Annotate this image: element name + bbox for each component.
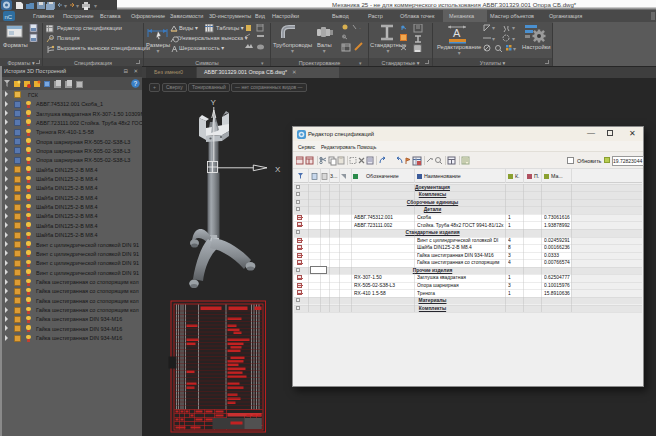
svg-text:·: ·	[359, 25, 361, 31]
svg-text:▾: ▾	[513, 46, 516, 52]
svg-text:?: ?	[134, 80, 138, 87]
svg-text:Y: Y	[211, 98, 217, 107]
svg-text:▾: ▾	[512, 25, 515, 31]
svg-text:▾: ▾	[492, 25, 495, 31]
svg-text:nC: nC	[5, 14, 13, 20]
svg-text:▾: ▾	[64, 3, 67, 9]
svg-text:▾: ▾	[492, 36, 495, 42]
svg-text:X: X	[275, 165, 281, 174]
svg-text:▾: ▾	[76, 3, 79, 9]
svg-text:A: A	[453, 27, 461, 39]
svg-text:▾: ▾	[512, 36, 515, 42]
svg-text:▾: ▾	[94, 3, 97, 9]
